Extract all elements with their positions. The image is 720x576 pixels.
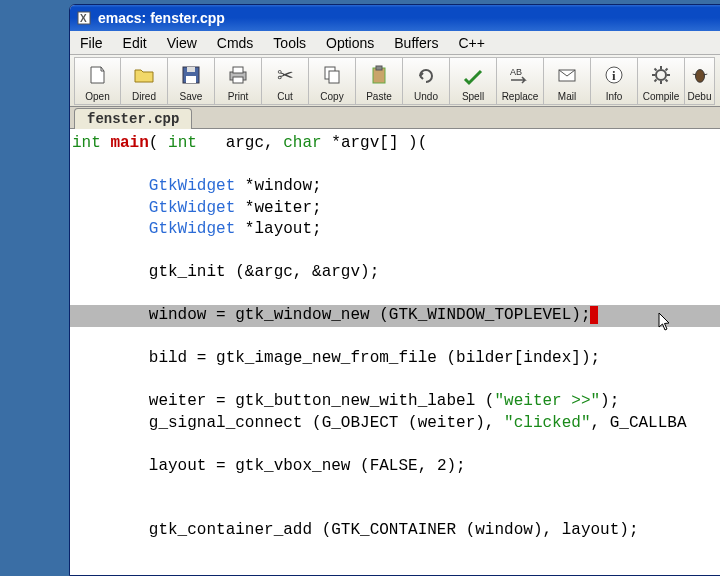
svg-line-24	[655, 79, 657, 81]
svg-rect-10	[329, 71, 339, 83]
menu-view[interactable]: View	[157, 33, 207, 52]
file-open-icon	[87, 58, 109, 91]
tool-label: Replace	[502, 91, 539, 102]
svg-text:AB: AB	[510, 67, 522, 77]
code-line: int main( int argc, char *argv[] )(	[70, 133, 720, 155]
undo-icon	[415, 58, 437, 91]
compile-button[interactable]: Compile	[638, 57, 685, 105]
code-editor[interactable]: int main( int argc, char *argv[] )( GtkW…	[70, 129, 720, 575]
code-line	[70, 284, 720, 306]
menu-cpp[interactable]: C++	[448, 33, 494, 52]
svg-text:X: X	[80, 13, 87, 24]
code-line: GtkWidget *layout;	[70, 219, 720, 241]
svg-rect-4	[187, 67, 195, 72]
tool-label: Cut	[277, 91, 293, 102]
save-button[interactable]: Save	[168, 57, 215, 105]
replace-icon: AB	[509, 58, 531, 91]
mail-icon	[556, 58, 578, 91]
undo-button[interactable]: Undo	[403, 57, 450, 105]
code-line	[70, 327, 720, 349]
code-line	[70, 477, 720, 499]
mail-button[interactable]: Mail	[544, 57, 591, 105]
menu-options[interactable]: Options	[316, 33, 384, 52]
gear-icon	[650, 58, 672, 91]
print-button[interactable]: Print	[215, 57, 262, 105]
menu-cmds[interactable]: Cmds	[207, 33, 264, 52]
svg-line-25	[666, 68, 668, 70]
code-line	[70, 434, 720, 456]
tool-label: Spell	[462, 91, 484, 102]
tool-label: Debu	[688, 91, 712, 102]
copy-icon	[321, 58, 343, 91]
replace-button[interactable]: ABReplace	[497, 57, 544, 105]
svg-rect-7	[233, 67, 243, 73]
svg-point-26	[695, 69, 704, 82]
tool-label: Copy	[320, 91, 343, 102]
svg-line-22	[655, 68, 657, 70]
bug-icon	[690, 58, 710, 91]
code-line	[70, 370, 720, 392]
printer-icon	[227, 58, 249, 91]
floppy-icon	[180, 58, 202, 91]
svg-text:i: i	[612, 68, 616, 83]
cut-button[interactable]: ✂Cut	[262, 57, 309, 105]
menu-file[interactable]: File	[74, 33, 113, 52]
menubar: File Edit View Cmds Tools Options Buffer…	[70, 31, 720, 55]
code-line: GtkWidget *window;	[70, 176, 720, 198]
menu-buffers[interactable]: Buffers	[384, 33, 448, 52]
code-line	[70, 155, 720, 177]
code-line-current: window = gtk_window_new (GTK_WINDOW_TOPL…	[70, 305, 720, 327]
tool-label: Compile	[643, 91, 680, 102]
svg-rect-8	[233, 77, 243, 83]
code-line	[70, 241, 720, 263]
spell-button[interactable]: Spell	[450, 57, 497, 105]
menu-edit[interactable]: Edit	[113, 33, 157, 52]
info-icon: i	[603, 58, 625, 91]
app-icon: X	[76, 10, 92, 26]
emacs-window: X emacs: fenster.cpp File Edit View Cmds…	[69, 4, 720, 576]
titlebar[interactable]: X emacs: fenster.cpp	[70, 5, 720, 31]
spell-icon	[462, 58, 484, 91]
svg-line-23	[666, 79, 668, 81]
code-line: weiter = gtk_button_new_with_label ("wei…	[70, 391, 720, 413]
tab-fenster-cpp[interactable]: fenster.cpp	[74, 108, 192, 129]
copy-button[interactable]: Copy	[309, 57, 356, 105]
tool-label: Save	[180, 91, 203, 102]
scissors-icon: ✂	[277, 58, 294, 91]
code-line: g_signal_connect (G_OBJECT (weiter), "cl…	[70, 413, 720, 435]
open-button[interactable]: Open	[74, 57, 121, 105]
tool-label: Open	[85, 91, 109, 102]
tool-label: Info	[606, 91, 623, 102]
svg-rect-12	[376, 66, 382, 70]
code-line: bild = gtk_image_new_from_file (bilder[i…	[70, 348, 720, 370]
tool-label: Paste	[366, 91, 392, 102]
code-line	[70, 542, 720, 564]
info-button[interactable]: iInfo	[591, 57, 638, 105]
code-line: gtk_container_add (GTK_CONTAINER (window…	[70, 520, 720, 542]
desktop: X emacs: fenster.cpp File Edit View Cmds…	[0, 0, 720, 576]
menu-tools[interactable]: Tools	[263, 33, 316, 52]
tool-label: Print	[228, 91, 249, 102]
code-line: GtkWidget *weiter;	[70, 198, 720, 220]
toolbar: Open Dired Save Print ✂Cut Copy Paste Un…	[70, 55, 720, 107]
tool-label: Undo	[414, 91, 438, 102]
folder-icon	[133, 58, 155, 91]
clipboard-icon	[368, 58, 390, 91]
code-line: gtk_init (&argc, &argv);	[70, 262, 720, 284]
debug-button[interactable]: Debu	[685, 57, 715, 105]
dired-button[interactable]: Dired	[121, 57, 168, 105]
tool-label: Dired	[132, 91, 156, 102]
tab-bar: fenster.cpp	[70, 107, 720, 129]
paste-button[interactable]: Paste	[356, 57, 403, 105]
text-cursor	[590, 306, 598, 324]
code-line: layout = gtk_vbox_new (FALSE, 2);	[70, 456, 720, 478]
svg-point-17	[656, 70, 666, 80]
tool-label: Mail	[558, 91, 576, 102]
code-line	[70, 499, 720, 521]
window-title: emacs: fenster.cpp	[98, 10, 225, 26]
svg-rect-5	[186, 76, 196, 83]
